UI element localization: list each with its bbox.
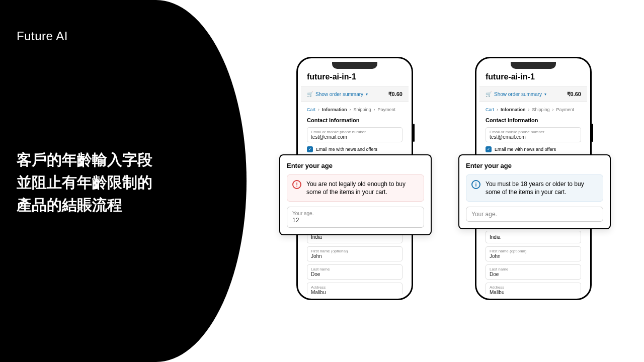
firstname-field[interactable]: First name (optional) John	[307, 246, 403, 261]
crumb-shipping: Shipping	[532, 107, 550, 112]
summary-label: Show order summary	[494, 92, 542, 97]
checkbox-checked-icon[interactable]: ✓	[307, 146, 313, 152]
order-total: ₹0.60	[388, 91, 403, 98]
breadcrumb: Cart › Information › Shipping › Payment	[301, 102, 409, 115]
news-label: Email me with news and offers	[495, 147, 556, 152]
firstname-field[interactable]: First name (optional) John	[486, 246, 581, 261]
chevron-down-icon: ▾	[366, 92, 368, 97]
crumb-shipping: Shipping	[354, 107, 371, 112]
cart-icon: 🛒	[486, 92, 492, 97]
headline-line: 產品的結賬流程	[17, 194, 152, 216]
headline-line: 並阻止有年齡限制的	[17, 171, 152, 194]
crumb-cart[interactable]: Cart	[307, 107, 315, 112]
info-icon: i	[471, 180, 480, 189]
country-select[interactable]: India	[486, 231, 581, 243]
lastname-field[interactable]: Last name Doe	[307, 264, 403, 280]
popup-title: Enter your age	[287, 162, 424, 169]
news-checkbox-row[interactable]: ✓ Email me with news and offers	[479, 145, 587, 155]
cart-icon: 🛒	[307, 92, 313, 97]
headline-line: 客戶的年齡輸入字段	[17, 148, 152, 171]
order-summary-bar[interactable]: 🛒 Show order summary ▾ ₹0.60	[301, 86, 409, 102]
age-popup-info: Enter your age i You must be 18 years or…	[458, 154, 611, 229]
lastname-field[interactable]: Last name Doe	[486, 264, 581, 280]
address-field[interactable]: Address Malibu	[486, 283, 581, 296]
store-title: future-ai-in-1	[301, 61, 409, 86]
order-summary-bar[interactable]: 🛒 Show order summary ▾ ₹0.60	[479, 86, 587, 102]
headline: 客戶的年齡輸入字段 並阻止有年齡限制的 產品的結賬流程	[17, 148, 152, 216]
alert-icon: !	[292, 180, 301, 189]
breadcrumb: Cart › Information › Shipping › Payment	[479, 102, 587, 115]
order-total: ₹0.60	[567, 91, 581, 98]
chevron-down-icon: ▾	[544, 92, 546, 97]
info-banner: i You must be 18 years or older to buy s…	[466, 174, 603, 202]
address-field[interactable]: Address Malibu	[307, 283, 403, 296]
age-popup-error: Enter your age ! You are not legally old…	[279, 154, 432, 235]
email-field[interactable]: Email or mobile phone number test@email.…	[307, 127, 403, 142]
contact-heading: Contact information	[301, 115, 409, 127]
brand-logo: Future AI	[17, 29, 68, 43]
error-banner: ! You are not legally old enough to buy …	[287, 174, 424, 202]
age-input[interactable]: Your age.	[466, 207, 603, 222]
crumb-payment: Payment	[556, 107, 575, 112]
popup-title: Enter your age	[466, 162, 603, 169]
crumb-payment: Payment	[378, 107, 396, 112]
news-checkbox-row[interactable]: ✓ Email me with news and offers	[301, 145, 409, 155]
email-field[interactable]: Email or mobile phone number test@email.…	[486, 127, 581, 142]
age-input[interactable]: Your age. 12	[287, 207, 424, 228]
crumb-cart[interactable]: Cart	[486, 107, 494, 112]
checkbox-checked-icon[interactable]: ✓	[486, 146, 492, 152]
crumb-information: Information	[322, 107, 347, 112]
contact-heading: Contact information	[479, 115, 587, 127]
crumb-information: Information	[501, 107, 526, 112]
store-title: future-ai-in-1	[479, 61, 587, 86]
info-message: You must be 18 years or older to buy som…	[486, 180, 598, 196]
news-label: Email me with news and offers	[316, 147, 377, 152]
error-message: You are not legally old enough to buy so…	[306, 180, 419, 196]
summary-label: Show order summary	[315, 92, 363, 97]
